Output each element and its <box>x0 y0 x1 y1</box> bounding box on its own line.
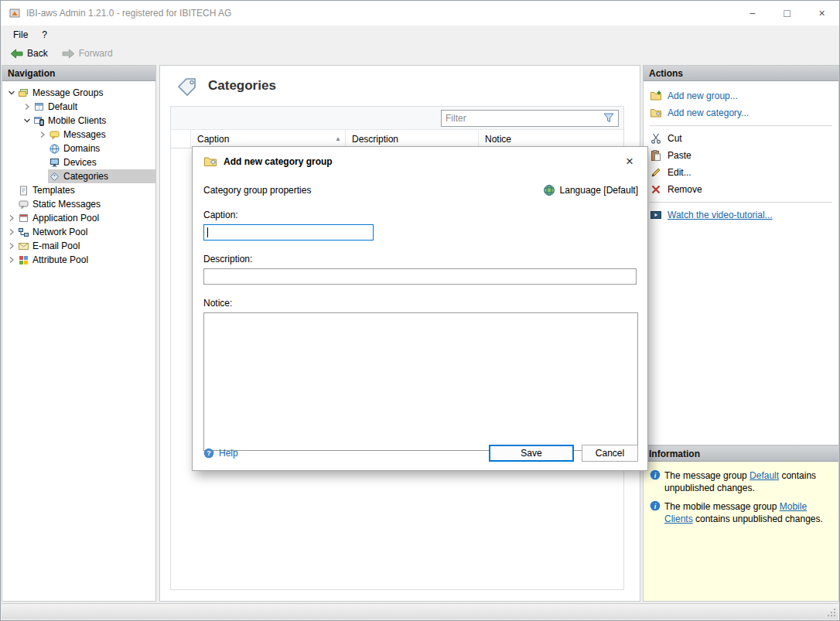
globe-icon <box>543 184 555 196</box>
resize-grip-icon[interactable] <box>827 608 836 617</box>
action-edit[interactable]: Edit... <box>644 164 838 181</box>
info-message-mobile-clients: i The mobile message group Mobile Client… <box>644 496 838 527</box>
maximize-button[interactable]: □ <box>770 1 804 26</box>
message-group-icon <box>33 101 45 113</box>
cancel-button[interactable]: Cancel <box>582 445 638 462</box>
chevron-down-icon[interactable] <box>5 87 17 99</box>
filter-input[interactable] <box>446 113 603 124</box>
forward-arrow-icon <box>62 49 75 59</box>
email-pool-icon <box>18 241 29 252</box>
attribute-pool-icon <box>18 254 29 266</box>
network-pool-icon <box>18 227 29 238</box>
notice-field-label: Notice: <box>203 298 637 309</box>
add-group-icon <box>650 90 662 102</box>
status-bar <box>2 603 838 619</box>
back-button[interactable]: Back <box>5 46 53 60</box>
sort-ascending-icon: ▲ <box>335 135 341 142</box>
description-input[interactable] <box>203 268 637 285</box>
navigation-tree: Message Groups Default Mobile Clients Me… <box>2 81 155 267</box>
actions-panel-header: Actions <box>644 66 838 81</box>
action-cut[interactable]: Cut <box>644 130 838 147</box>
application-pool-icon <box>18 213 29 224</box>
action-paste[interactable]: Paste <box>644 147 838 164</box>
help-link[interactable]: ? Help <box>203 448 238 459</box>
chevron-right-icon[interactable] <box>5 227 17 238</box>
info-icon: i <box>650 500 661 511</box>
chevron-right-icon[interactable] <box>21 101 32 113</box>
column-header-caption[interactable]: Caption ▲ <box>191 130 346 148</box>
info-icon: i <box>650 469 661 480</box>
link-default-group[interactable]: Default <box>750 470 779 481</box>
templates-icon <box>18 185 29 196</box>
language-selector[interactable]: Language [Default] <box>543 184 638 196</box>
chevron-right-icon[interactable] <box>36 129 48 141</box>
edit-icon <box>650 166 662 179</box>
column-header-notice[interactable]: Notice <box>479 130 623 148</box>
tree-item-message-groups[interactable]: Message Groups <box>2 86 155 100</box>
paste-icon <box>650 149 662 162</box>
tree-item-application-pool[interactable]: Application Pool <box>2 211 155 225</box>
caption-input[interactable] <box>203 224 374 241</box>
remove-icon <box>650 183 662 196</box>
action-add-new-group[interactable]: Add new group... <box>644 87 838 104</box>
add-category-group-icon <box>203 155 217 168</box>
filter-row <box>171 107 623 130</box>
navigation-toolbar: Back Forward <box>1 44 839 63</box>
dialog-title: Add new category group <box>224 156 333 167</box>
chevron-down-icon[interactable] <box>21 115 32 127</box>
menu-item-help[interactable]: ? <box>35 27 54 43</box>
actions-separator <box>650 202 832 203</box>
chevron-right-icon[interactable] <box>5 241 17 252</box>
navigation-panel-header: Navigation <box>2 66 155 81</box>
cut-icon <box>650 132 662 145</box>
tree-item-static-messages[interactable]: Static Messages <box>2 197 155 211</box>
information-panel-header: Information <box>644 446 838 462</box>
mobile-message-group-icon <box>33 115 45 127</box>
tree-item-network-pool[interactable]: Network Pool <box>2 225 155 239</box>
back-arrow-icon <box>10 49 23 59</box>
categories-tag-icon <box>174 74 199 97</box>
actions-separator <box>650 125 832 126</box>
tree-item-domains[interactable]: Domains <box>2 142 155 155</box>
chevron-right-icon[interactable] <box>5 213 17 224</box>
messages-icon <box>49 129 60 141</box>
info-message-default: i The message group Default contains unp… <box>644 465 838 496</box>
chevron-right-icon[interactable] <box>5 254 17 266</box>
dialog-close-icon[interactable]: × <box>620 154 640 169</box>
tree-item-mobile-clients[interactable]: Mobile Clients <box>2 114 155 128</box>
tree-item-templates[interactable]: Templates <box>2 183 155 197</box>
static-messages-icon <box>18 199 29 210</box>
tree-item-email-pool[interactable]: E-mail Pool <box>2 239 155 253</box>
dialog-section-label: Category group properties <box>203 185 311 196</box>
actions-panel: Actions Add new group... Add new categor… <box>643 65 839 445</box>
close-button[interactable]: × <box>804 1 839 26</box>
tree-item-default[interactable]: Default <box>2 100 155 114</box>
tree-item-categories[interactable]: Categories <box>2 169 155 183</box>
app-icon <box>9 7 21 19</box>
menu-item-file[interactable]: File <box>6 27 35 43</box>
help-icon: ? <box>203 448 214 459</box>
add-category-group-dialog: Add new category group × Category group … <box>192 146 648 471</box>
action-add-new-category[interactable]: Add new category... <box>644 104 838 121</box>
app-window: IBI-aws Admin 1.21.0 - registered for IB… <box>0 0 840 621</box>
minimize-button[interactable]: − <box>735 1 770 26</box>
notice-textarea[interactable] <box>203 312 638 451</box>
tree-item-messages[interactable]: Messages <box>2 128 155 142</box>
column-header-description[interactable]: Description <box>346 130 479 148</box>
action-remove[interactable]: Remove <box>644 181 838 198</box>
filter-funnel-icon[interactable] <box>603 113 614 123</box>
column-header-blank[interactable] <box>171 130 191 148</box>
forward-button[interactable]: Forward <box>57 46 118 60</box>
add-category-icon <box>650 107 662 119</box>
language-label: Language [Default] <box>560 185 638 196</box>
tree-item-attribute-pool[interactable]: Attribute Pool <box>2 253 155 267</box>
title-bar: IBI-aws Admin 1.21.0 - registered for IB… <box>1 1 839 26</box>
filter-box <box>441 110 619 127</box>
caption-field-label: Caption: <box>203 210 637 220</box>
text-caret <box>207 227 208 237</box>
save-button[interactable]: Save <box>489 445 574 462</box>
window-title: IBI-aws Admin 1.21.0 - registered for IB… <box>26 8 231 19</box>
menu-bar: File ? <box>1 26 839 44</box>
action-watch-video-tutorial[interactable]: Watch the video-tutorial... <box>644 206 838 223</box>
tree-item-devices[interactable]: Devices <box>2 155 155 169</box>
